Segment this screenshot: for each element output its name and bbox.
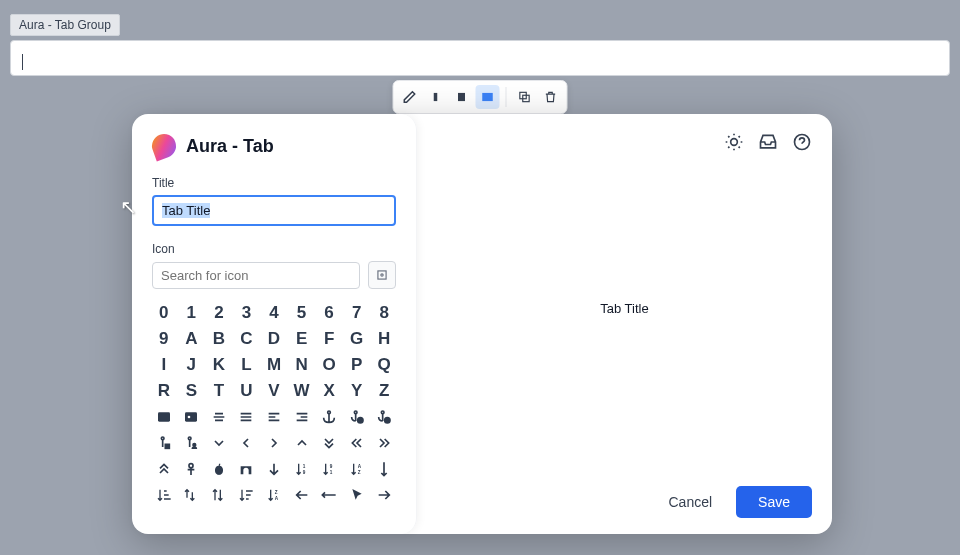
anchor-icon[interactable] — [317, 405, 341, 429]
icon-option[interactable]: 1 — [180, 301, 204, 325]
sort-19-icon[interactable]: 19 — [290, 457, 314, 481]
icon-option[interactable]: R — [152, 379, 176, 403]
arrows-up-down-lock-icon[interactable] — [180, 483, 204, 507]
icon-option[interactable]: J — [180, 353, 204, 377]
icon-option[interactable]: L — [235, 353, 259, 377]
contact-card-icon[interactable] — [152, 405, 176, 429]
icon-option[interactable]: M — [262, 353, 286, 377]
svg-rect-2 — [482, 93, 493, 101]
icon-option[interactable]: H — [372, 327, 396, 351]
anchor-check-icon[interactable] — [345, 405, 369, 429]
icon-option[interactable]: K — [207, 353, 231, 377]
svg-point-17 — [189, 437, 192, 440]
title-input[interactable]: Tab Title — [152, 195, 396, 226]
arrows-up-down-icon[interactable] — [207, 483, 231, 507]
svg-point-11 — [354, 411, 357, 414]
delete-button[interactable] — [539, 85, 563, 109]
icon-option[interactable]: O — [317, 353, 341, 377]
icon-option[interactable]: U — [235, 379, 259, 403]
icon-option[interactable]: 6 — [317, 301, 341, 325]
icon-option[interactable]: E — [290, 327, 314, 351]
align-justify-icon[interactable] — [235, 405, 259, 429]
icon-option[interactable]: G — [345, 327, 369, 351]
chevron-up-icon[interactable] — [290, 431, 314, 455]
anchor-lock-icon[interactable] — [152, 431, 176, 455]
icon-option[interactable]: P — [345, 353, 369, 377]
icon-option[interactable]: Q — [372, 353, 396, 377]
sort-za-icon[interactable]: ZA — [262, 483, 286, 507]
layout-full-button[interactable] — [476, 85, 500, 109]
layout-narrow-button[interactable] — [424, 85, 448, 109]
copy-button[interactable] — [513, 85, 537, 109]
icon-option[interactable]: C — [235, 327, 259, 351]
cancel-button[interactable]: Cancel — [656, 486, 724, 518]
layout-medium-button[interactable] — [450, 85, 474, 109]
modal-right-panel: Tab Title Cancel Save — [417, 114, 832, 534]
upload-icon-button[interactable] — [368, 261, 396, 289]
help-icon[interactable] — [792, 132, 812, 152]
icon-option[interactable]: 7 — [345, 301, 369, 325]
icon-option[interactable]: D — [262, 327, 286, 351]
arrow-right-icon[interactable] — [372, 483, 396, 507]
icon-option[interactable]: Z — [372, 379, 396, 403]
chevron-right-icon[interactable] — [262, 431, 286, 455]
icon-option[interactable]: S — [180, 379, 204, 403]
icon-option[interactable]: 5 — [290, 301, 314, 325]
chevrons-left-icon[interactable] — [345, 431, 369, 455]
align-right-icon[interactable] — [290, 405, 314, 429]
inbox-icon[interactable] — [758, 132, 778, 152]
edit-button[interactable] — [398, 85, 422, 109]
icon-search-row — [152, 261, 396, 289]
icon-option[interactable]: 0 — [152, 301, 176, 325]
align-center-icon[interactable] — [207, 405, 231, 429]
save-button[interactable]: Save — [736, 486, 812, 518]
icon-option[interactable]: I — [152, 353, 176, 377]
sort-wide-short-icon[interactable] — [235, 483, 259, 507]
icon-option[interactable]: B — [207, 327, 231, 351]
icon-option[interactable]: Y — [345, 379, 369, 403]
icon-option[interactable]: 2 — [207, 301, 231, 325]
arrow-left-icon[interactable] — [290, 483, 314, 507]
modal-title: Aura - Tab — [186, 136, 274, 157]
cursor-icon[interactable] — [345, 483, 369, 507]
svg-point-6 — [381, 274, 383, 276]
icon-option[interactable]: V — [262, 379, 286, 403]
arrow-down-long-icon[interactable] — [372, 457, 396, 481]
arrow-down-icon[interactable] — [262, 457, 286, 481]
chevrons-up-icon[interactable] — [152, 457, 176, 481]
icon-search-input[interactable] — [152, 262, 360, 289]
apple-icon[interactable] — [207, 457, 231, 481]
icon-option[interactable]: X — [317, 379, 341, 403]
sort-short-wide-icon[interactable] — [152, 483, 176, 507]
tab-group-input[interactable] — [10, 40, 950, 76]
icon-option[interactable]: T — [207, 379, 231, 403]
sort-az-icon[interactable]: AZ — [345, 457, 369, 481]
chevron-down-icon[interactable] — [207, 431, 231, 455]
title-input-value: Tab Title — [162, 203, 210, 218]
tab-settings-modal: Aura - Tab Title Tab Title Icon 0 1 2 3 … — [132, 114, 832, 534]
icon-option[interactable]: 8 — [372, 301, 396, 325]
icon-option[interactable]: 3 — [235, 301, 259, 325]
sort-91-icon[interactable]: 91 — [317, 457, 341, 481]
anchor-user-icon[interactable] — [180, 431, 204, 455]
icon-option[interactable]: 4 — [262, 301, 286, 325]
anchor-x-icon[interactable] — [372, 405, 396, 429]
icon-option[interactable]: F — [317, 327, 341, 351]
archway-icon[interactable] — [235, 457, 259, 481]
svg-rect-16 — [165, 444, 169, 448]
chevrons-right-icon[interactable] — [372, 431, 396, 455]
icon-option[interactable]: A — [180, 327, 204, 351]
arrow-left-long-icon[interactable] — [317, 483, 341, 507]
ankh-icon[interactable] — [180, 457, 204, 481]
icon-option[interactable]: 9 — [152, 327, 176, 351]
chevrons-down-icon[interactable] — [317, 431, 341, 455]
sun-icon[interactable] — [724, 132, 744, 152]
floating-toolbar — [393, 80, 568, 114]
svg-rect-0 — [434, 93, 438, 101]
icon-option[interactable]: W — [290, 379, 314, 403]
id-badge-icon[interactable] — [180, 405, 204, 429]
align-left-icon[interactable] — [262, 405, 286, 429]
icon-option[interactable]: N — [290, 353, 314, 377]
chevron-left-icon[interactable] — [235, 431, 259, 455]
svg-point-28 — [731, 139, 738, 146]
